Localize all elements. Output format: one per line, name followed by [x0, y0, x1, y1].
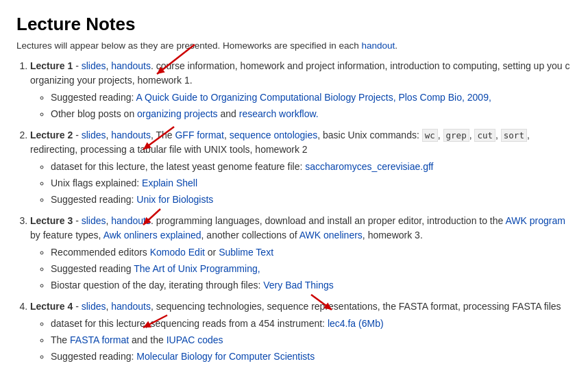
lecture-2-slides-link[interactable]: slides: [82, 130, 106, 140]
lecture-3-awk-onliners-link[interactable]: Awk onliners explained: [103, 230, 201, 241]
intro-text: Lectures will appear below as they are p…: [16, 40, 572, 51]
lecture-4-handouts-link[interactable]: handouts: [111, 301, 151, 312]
lecture-4-sub-1: dataset for this lecture, sequencing rea…: [51, 317, 572, 331]
lecture-1-sub-1: Suggested reading: A Quick Guide to Orga…: [51, 90, 572, 105]
lecture-1-slides-link[interactable]: slides: [82, 60, 106, 71]
code-cut: cut: [474, 129, 495, 142]
lecture-3-item: Lecture 3 - slides, handouts. programmin…: [30, 214, 572, 293]
lecture-2-handouts-link[interactable]: handouts: [111, 130, 151, 140]
lecture-4-fasta-file-link[interactable]: lec4.fa (6Mb): [328, 318, 384, 329]
lecture-3-sub-2: Suggested reading The Art of Unix Progra…: [51, 262, 572, 276]
lecture-2-item: Lecture 2 - slides, handouts, The GFF fo…: [30, 128, 572, 207]
code-grep: grep: [443, 129, 469, 142]
lecture-3-very-bad-things-link[interactable]: Very Bad Things: [263, 280, 333, 291]
lecture-3-komodo-link[interactable]: Komodo Edit: [150, 247, 205, 258]
lecture-2-sub-1: dataset for this lecture, the latest yea…: [51, 160, 572, 174]
lecture-2-sub-3: Suggested reading: Unix for Biologists: [51, 193, 572, 207]
lecture-4-sub-3: Suggested reading: Molecular Biology for…: [51, 349, 572, 364]
lecture-2-sub-2: Unix flags explained: Explain Shell: [51, 176, 572, 190]
lecture-2-gff-file-link[interactable]: saccharomyces_cerevisiae.gff: [305, 161, 433, 172]
lecture-2-unix-biologists-link[interactable]: Unix for Biologists: [136, 194, 213, 205]
lecture-1-sub: Suggested reading: A Quick Guide to Orga…: [51, 90, 572, 121]
lecture-3-art-unix-link[interactable]: The Art of Unix Programming,: [134, 263, 260, 274]
lecture-3-handouts-link[interactable]: handouts: [111, 215, 151, 226]
lecture-1-label: Lecture 1: [30, 60, 73, 71]
lecture-3-awk-link[interactable]: AWK program: [505, 215, 565, 226]
lecture-4-fasta-link[interactable]: FASTA format: [70, 334, 129, 345]
lecture-4-sub-2: The FASTA format and the IUPAC codes: [51, 333, 572, 347]
handout-link[interactable]: handout: [362, 40, 395, 51]
lecture-3-sub-1: Recommended editors Komodo Edit or Subli…: [51, 245, 572, 260]
lecture-3-awk-oneliners-link[interactable]: AWK oneliners: [299, 230, 363, 241]
lecture-1-reading-link[interactable]: A Quick Guide to Organizing Computationa…: [136, 92, 491, 103]
lecture-2-sub: dataset for this lecture, the latest yea…: [51, 160, 572, 207]
lecture-4-slides-link[interactable]: slides: [82, 301, 106, 312]
lecture-3-slides-link[interactable]: slides: [82, 215, 106, 226]
code-wc: wc: [422, 129, 438, 142]
lecture-list: Lecture 1 - slides, handouts. course inf…: [30, 59, 572, 364]
lecture-1-item: Lecture 1 - slides, handouts. course inf…: [30, 59, 572, 121]
code-sort: sort: [501, 129, 527, 142]
lecture-2-seq-ontologies-link[interactable]: sequence ontologies: [230, 130, 317, 140]
lecture-3-sub: Recommended editors Komodo Edit or Subli…: [51, 245, 572, 293]
lecture-4-label: Lecture 4: [30, 301, 73, 312]
lecture-1-organizing-link[interactable]: organizing projects: [137, 108, 218, 119]
lecture-2-gff-link[interactable]: GFF format: [175, 130, 224, 140]
lecture-4-iupac-link[interactable]: IUPAC codes: [167, 334, 223, 345]
lecture-4-item: Lecture 4 - slides, handouts, sequencing…: [30, 299, 572, 364]
lecture-1-handouts-link[interactable]: handouts: [111, 60, 151, 71]
lecture-3-sublime-link[interactable]: Sublime Text: [219, 247, 273, 258]
lecture-1-sub-2: Other blog posts on organizing projects …: [51, 107, 572, 121]
page-title: Lecture Notes: [16, 14, 572, 35]
lecture-4-mol-bio-link[interactable]: Molecular Biology for Computer Scientist…: [136, 351, 315, 362]
lecture-1-workflow-link[interactable]: research workflow.: [239, 108, 319, 119]
lecture-4-sub: dataset for this lecture, sequencing rea…: [51, 317, 572, 364]
lecture-2-explain-shell-link[interactable]: Explain Shell: [142, 177, 197, 188]
lecture-2-label: Lecture 2: [30, 130, 73, 140]
lecture-3-sub-3: Biostar question of the day, iterating t…: [51, 278, 572, 293]
lecture-3-label: Lecture 3: [30, 215, 73, 226]
page-wrapper: Lecture Notes Lectures will appear below…: [16, 14, 572, 364]
